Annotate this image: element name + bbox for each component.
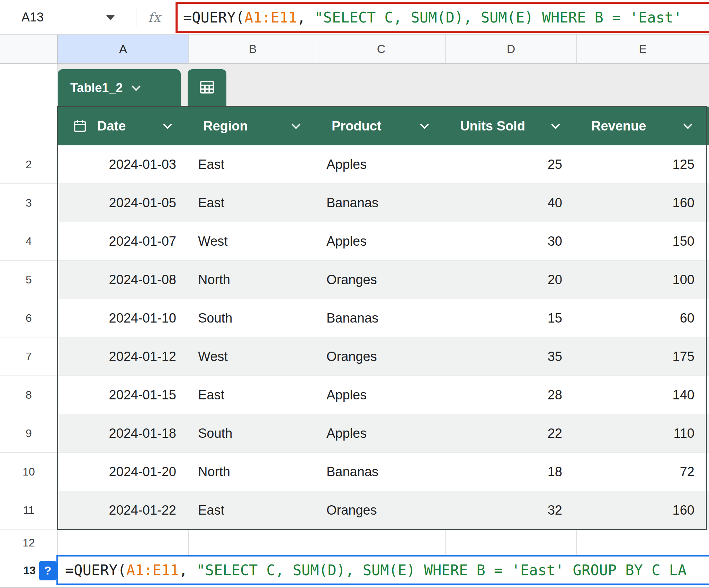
- row-header-4[interactable]: 4: [0, 222, 58, 261]
- cell[interactable]: 35: [446, 337, 577, 376]
- formula-input[interactable]: =QUERY(A1:E11, "SELECT C, SUM(D), SUM(E)…: [176, 2, 709, 33]
- cell[interactable]: Bananas: [317, 184, 446, 222]
- cell[interactable]: 2024-01-15: [58, 376, 189, 414]
- cell[interactable]: 15: [446, 299, 577, 337]
- cell[interactable]: Apples: [317, 376, 446, 414]
- cell[interactable]: 25: [446, 145, 577, 184]
- empty-cell[interactable]: [577, 530, 709, 556]
- cell[interactable]: Apples: [317, 145, 446, 184]
- filter-chevron-icon[interactable]: [291, 120, 300, 129]
- row-header-5[interactable]: 5: [0, 261, 58, 299]
- filter-chevron-icon[interactable]: [420, 120, 429, 129]
- cell[interactable]: North: [189, 453, 317, 491]
- row-header-12[interactable]: 12: [0, 530, 58, 556]
- cell[interactable]: 100: [577, 261, 709, 299]
- formula-bar: A13 fx =QUERY(A1:E11, "SELECT C, SUM(D),…: [0, 0, 709, 35]
- row-header-13[interactable]: 13: [23, 564, 36, 577]
- table-row: 72024-01-12WestOranges35175: [0, 337, 709, 376]
- cell[interactable]: Apples: [317, 414, 446, 453]
- cell[interactable]: East: [189, 184, 317, 222]
- row-header-7[interactable]: 7: [0, 337, 58, 376]
- cell[interactable]: 2024-01-10: [58, 299, 189, 337]
- cell[interactable]: East: [189, 491, 317, 530]
- formula-token: A1:E11: [244, 9, 297, 26]
- cell[interactable]: East: [189, 145, 317, 184]
- row-header-2[interactable]: 2: [0, 145, 58, 184]
- cell[interactable]: West: [189, 337, 317, 376]
- cell[interactable]: 125: [577, 145, 709, 184]
- cell[interactable]: 20: [446, 261, 577, 299]
- fx-icon: fx: [148, 0, 161, 35]
- row-header-10[interactable]: 10: [0, 453, 58, 491]
- cell[interactable]: 22: [446, 414, 577, 453]
- cell[interactable]: Oranges: [317, 261, 446, 299]
- table-icon-tab[interactable]: [188, 69, 226, 107]
- cell[interactable]: 2024-01-22: [58, 491, 189, 530]
- cell[interactable]: 2024-01-03: [58, 145, 189, 184]
- formula-token: A1:E11: [126, 562, 179, 579]
- row-header-13-area: 13 ?: [0, 556, 58, 585]
- cell[interactable]: 32: [446, 491, 577, 530]
- row-header-6[interactable]: 6: [0, 299, 58, 337]
- column-header-A[interactable]: A: [58, 35, 189, 64]
- cell[interactable]: Bananas: [317, 453, 446, 491]
- cell-editor[interactable]: =QUERY(A1:E11, "SELECT C, SUM(D), SUM(E)…: [56, 555, 709, 585]
- formula-help-badge[interactable]: ?: [39, 561, 56, 580]
- cell[interactable]: 28: [446, 376, 577, 414]
- table-row: 92024-01-18SouthApples22110: [0, 414, 709, 453]
- cell[interactable]: Oranges: [317, 337, 446, 376]
- cell[interactable]: North: [189, 261, 317, 299]
- cell[interactable]: 60: [577, 299, 709, 337]
- cell[interactable]: 175: [577, 337, 709, 376]
- row-header-11[interactable]: 11: [0, 491, 58, 530]
- column-header-D[interactable]: D: [446, 35, 577, 64]
- cell[interactable]: South: [189, 299, 317, 337]
- cell[interactable]: 2024-01-08: [58, 261, 189, 299]
- cell[interactable]: 72: [577, 453, 709, 491]
- table-menu-chevron-icon[interactable]: [132, 82, 141, 91]
- filter-chevron-icon[interactable]: [551, 120, 560, 129]
- cell[interactable]: 40: [446, 184, 577, 222]
- cell[interactable]: West: [189, 222, 317, 261]
- cell[interactable]: 140: [577, 376, 709, 414]
- row-header-8[interactable]: 8: [0, 376, 58, 414]
- table-header-region[interactable]: Region: [189, 107, 317, 145]
- empty-cell[interactable]: [317, 530, 446, 556]
- cell[interactable]: Apples: [317, 222, 446, 261]
- table-header-product[interactable]: Product: [317, 107, 446, 145]
- empty-cell[interactable]: [446, 530, 577, 556]
- cell[interactable]: 2024-01-18: [58, 414, 189, 453]
- column-header-C[interactable]: C: [317, 35, 446, 64]
- cell[interactable]: 160: [577, 491, 709, 530]
- table-name-tab[interactable]: Table1_2: [58, 69, 181, 107]
- cell[interactable]: 2024-01-07: [58, 222, 189, 261]
- cell[interactable]: 30: [446, 222, 577, 261]
- empty-cell[interactable]: [189, 530, 317, 556]
- table-header-units-sold[interactable]: Units Sold: [446, 107, 577, 145]
- cell[interactable]: 150: [577, 222, 709, 261]
- select-all-corner[interactable]: [0, 35, 58, 64]
- row-header-3[interactable]: 3: [0, 184, 58, 222]
- cell[interactable]: 160: [577, 184, 709, 222]
- table-header-label: Region: [203, 119, 248, 134]
- table-header-date[interactable]: Date: [58, 107, 189, 145]
- cell[interactable]: Oranges: [317, 491, 446, 530]
- filter-chevron-icon[interactable]: [683, 120, 692, 129]
- name-box-dropdown-icon[interactable]: [106, 15, 115, 20]
- cell[interactable]: 110: [577, 414, 709, 453]
- column-header-B[interactable]: B: [189, 35, 317, 64]
- row-header-9[interactable]: 9: [0, 414, 58, 453]
- cell[interactable]: 18: [446, 453, 577, 491]
- cell[interactable]: 2024-01-05: [58, 184, 189, 222]
- cell[interactable]: East: [189, 376, 317, 414]
- table-header-revenue[interactable]: Revenue: [577, 107, 709, 145]
- cell-editor-text: =QUERY(A1:E11, "SELECT C, SUM(D), SUM(E)…: [65, 562, 686, 579]
- empty-cell[interactable]: [58, 530, 189, 556]
- cell[interactable]: 2024-01-20: [58, 453, 189, 491]
- cell[interactable]: South: [189, 414, 317, 453]
- filter-chevron-icon[interactable]: [163, 120, 172, 129]
- cell[interactable]: 2024-01-12: [58, 337, 189, 376]
- cell[interactable]: Bananas: [317, 299, 446, 337]
- spreadsheet-app: A13 fx =QUERY(A1:E11, "SELECT C, SUM(D),…: [0, 0, 709, 588]
- column-header-E[interactable]: E: [577, 35, 709, 64]
